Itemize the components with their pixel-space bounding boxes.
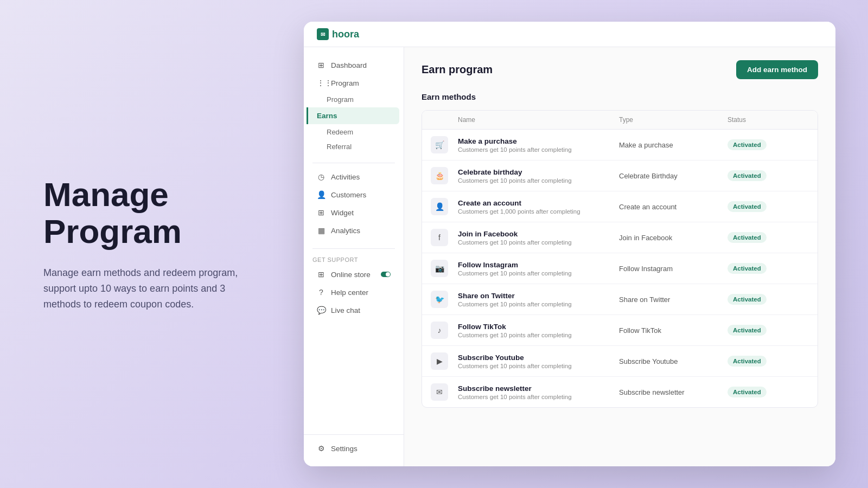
table-row[interactable]: 🎂 Celebrate birthday Customers get 10 po… — [422, 160, 818, 191]
sidebar-item-analytics[interactable]: ▦ Analytics — [308, 222, 399, 239]
sidebar-subitem-referral[interactable]: Referral — [304, 139, 404, 154]
status-badge: Activated — [727, 356, 767, 367]
sidebar-divider-2 — [312, 248, 395, 249]
page-title: Earn program — [422, 63, 493, 76]
table-row[interactable]: ✉ Subscribe newsletter Customers get 10 … — [422, 377, 818, 407]
sidebar-item-activities[interactable]: ◷ Activities — [308, 168, 399, 185]
get-support-label: Get support — [304, 253, 404, 265]
add-earn-method-button[interactable]: Add earn method — [736, 60, 818, 79]
sidebar-subitem-program[interactable]: Program — [304, 92, 404, 107]
toggle-switch[interactable] — [381, 272, 391, 277]
sidebar-bottom: ⚙ Settings — [304, 434, 404, 458]
description-text: Manage earn methods and redeem program, … — [43, 265, 250, 312]
table-row[interactable]: ▶ Subscribe Youtube Customers get 10 poi… — [422, 346, 818, 377]
row-status: Activated — [727, 263, 809, 274]
table-row[interactable]: f Join in Facebook Customers get 10 poin… — [422, 222, 818, 253]
sidebar-item-live-chat[interactable]: 💬 Live chat — [308, 301, 399, 319]
col-status: Status — [727, 116, 809, 124]
sidebar-divider-1 — [312, 163, 395, 163]
row-type: Subscribe Youtube — [619, 357, 727, 365]
sidebar-item-program[interactable]: ⋮⋮ Program — [308, 74, 399, 92]
row-icon: ▶ — [431, 352, 448, 370]
row-info: Follow Instagram Customers get 10 points… — [458, 261, 619, 277]
row-description: Customers get 10 points after completing — [458, 239, 619, 246]
sidebar-subitem-redeem[interactable]: Redeem — [304, 125, 404, 139]
table-row[interactable]: 🐦 Share on Twitter Customers get 10 poin… — [422, 284, 818, 315]
row-icon: f — [431, 229, 448, 246]
logo: ✉ hoora — [317, 28, 359, 40]
analytics-icon: ▦ — [317, 226, 326, 235]
row-name: Make a purchase — [458, 137, 619, 145]
row-status: Activated — [727, 356, 809, 367]
row-name: Share on Twitter — [458, 292, 619, 300]
program-icon: ⋮⋮ — [317, 79, 326, 87]
row-status: Activated — [727, 325, 809, 336]
sidebar-subitem-earns[interactable]: Earns — [307, 107, 399, 124]
page-header: Earn program Add earn method — [422, 60, 818, 79]
row-description: Customers get 1,000 points after complet… — [458, 208, 619, 215]
earn-methods-rows: 🛒 Make a purchase Customers get 10 point… — [422, 130, 818, 407]
row-type: Create an account — [619, 203, 727, 211]
row-info: Create an account Customers get 1,000 po… — [458, 199, 619, 215]
live-chat-icon: 💬 — [317, 306, 326, 314]
table-row[interactable]: 👤 Create an account Customers get 1,000 … — [422, 191, 818, 222]
row-icon: ♪ — [431, 322, 448, 339]
sidebar-item-online-store[interactable]: ⊞ Online store — [308, 266, 399, 283]
heading-line1: Manage — [43, 176, 169, 213]
status-badge: Activated — [727, 325, 767, 336]
row-name: Subscribe newsletter — [458, 384, 619, 393]
col-name: Name — [458, 116, 619, 124]
widget-icon: ⊞ — [317, 208, 326, 217]
earns-label: Earns — [317, 112, 337, 120]
status-badge: Activated — [727, 263, 767, 274]
app-body: ⊞ Dashboard ⋮⋮ Program Program Earns Red… — [304, 47, 835, 466]
main-content: Earn program Add earn method Earn method… — [404, 47, 835, 466]
row-type: Follow TikTok — [619, 326, 727, 335]
table-row[interactable]: 📷 Follow Instagram Customers get 10 poin… — [422, 253, 818, 284]
row-description: Customers get 10 points after completing — [458, 363, 619, 369]
sidebar-item-dashboard[interactable]: ⊞ Dashboard — [308, 56, 399, 74]
sidebar-item-customers[interactable]: 👤 Customers — [308, 186, 399, 203]
logo-icon: ✉ — [317, 28, 329, 40]
activities-icon: ◷ — [317, 172, 326, 181]
online-store-icon: ⊞ — [317, 270, 326, 279]
left-panel: Manage Program Manage earn methods and r… — [0, 144, 293, 345]
table-header: Name Type Status — [422, 111, 818, 130]
settings-icon: ⚙ — [317, 444, 326, 453]
status-badge: Activated — [727, 232, 767, 243]
row-name: Create an account — [458, 199, 619, 207]
row-name: Follow Instagram — [458, 261, 619, 269]
row-info: Celebrate birthday Customers get 10 poin… — [458, 168, 619, 184]
earn-methods-table: Name Type Status 🛒 Make a purchase Custo… — [422, 110, 818, 408]
status-badge: Activated — [727, 139, 767, 150]
app-window: ✉ hoora ⊞ Dashboard ⋮⋮ Program Program — [304, 22, 835, 466]
row-description: Customers get 10 points after completing — [458, 332, 619, 338]
status-badge: Activated — [727, 387, 767, 397]
earn-methods-section-title: Earn methods — [422, 92, 818, 101]
customers-icon: 👤 — [317, 190, 326, 199]
row-icon: ✉ — [431, 383, 448, 401]
home-icon: ⊞ — [317, 61, 326, 69]
logo-text: hoora — [332, 29, 359, 40]
row-info: Make a purchase Customers get 10 points … — [458, 137, 619, 153]
row-type: Follow Instagram — [619, 265, 727, 273]
row-status: Activated — [727, 387, 809, 397]
row-description: Customers get 10 points after completing — [458, 394, 619, 400]
row-type: Join in Facebook — [619, 234, 727, 242]
sidebar-program-label: Program — [331, 79, 359, 87]
row-icon: 📷 — [431, 260, 448, 277]
row-type: Share on Twitter — [619, 296, 727, 304]
sidebar-item-widget[interactable]: ⊞ Widget — [308, 204, 399, 221]
sidebar-item-help-center[interactable]: ? Help center — [308, 284, 399, 301]
row-description: Customers get 10 points after completing — [458, 177, 619, 184]
row-type: Subscribe newsletter — [619, 388, 727, 396]
sidebar-item-settings[interactable]: ⚙ Settings — [308, 440, 399, 457]
table-row[interactable]: 🛒 Make a purchase Customers get 10 point… — [422, 130, 818, 160]
table-row[interactable]: ♪ Follow TikTok Customers get 10 points … — [422, 315, 818, 346]
row-info: Follow TikTok Customers get 10 points af… — [458, 323, 619, 338]
col-icon — [431, 116, 458, 124]
row-status: Activated — [727, 232, 809, 243]
row-icon: 🛒 — [431, 136, 448, 153]
row-description: Customers get 10 points after completing — [458, 146, 619, 153]
row-status: Activated — [727, 139, 809, 150]
